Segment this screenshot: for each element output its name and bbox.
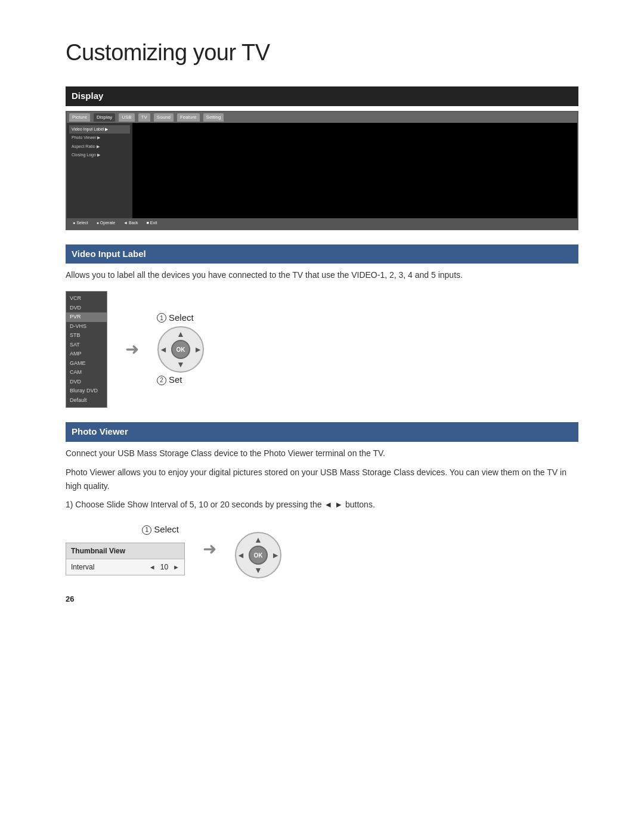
tab-picture: Picture	[69, 113, 90, 122]
thumbnail-interval-value: 10	[160, 562, 168, 572]
tab-tv: TV	[138, 113, 150, 122]
tab-sound: Sound	[154, 113, 174, 122]
set-label: Set	[169, 373, 182, 387]
thumbnail-left-arrow-icon: ◄	[149, 562, 156, 572]
dpad-down-arrow: ▼	[177, 358, 185, 371]
photo-viewer-header: Photo Viewer	[66, 422, 578, 442]
dpad-photo: OK ▲ ▼ ◄ ►	[234, 531, 282, 579]
dpad-left-arrow: ◄	[159, 343, 168, 356]
display-mockup: Picture Display USB TV Sound Feature Set…	[66, 111, 578, 230]
thumbnail-interval-label: Interval	[71, 562, 144, 572]
dpad-right-photo: ►	[271, 549, 280, 562]
input-game: GAME	[66, 359, 107, 368]
display-main	[132, 123, 577, 218]
display-menu: Video Input Label ▶ Photo Viewer ▶ Aspec…	[67, 123, 132, 218]
arrow-right-icon: ➜	[125, 337, 139, 362]
display-section: Display Picture Display USB TV Sound Fea…	[66, 86, 578, 230]
circle-2: 2	[157, 376, 166, 385]
input-sat: SAT	[66, 340, 107, 350]
select-label-photo: Select	[154, 523, 179, 537]
input-stb: STB	[66, 331, 107, 340]
thumbnail-view-header: Thumbnail View	[66, 543, 184, 559]
display-bottom-bar: ● Select ● Operate ◄ Back ■ Exit	[67, 218, 577, 229]
tab-setting: Setting	[203, 113, 224, 122]
video-input-diagram: VCR DVD PVR D-VHS STB SAT AMP GAME CAM D…	[66, 291, 578, 408]
input-dvd2: DVD	[66, 377, 107, 387]
circle-1-photo: 1	[142, 525, 151, 535]
dpad-ok-photo: OK	[249, 546, 268, 565]
input-bluray: Bluray DVD	[66, 386, 107, 396]
menu-item-aspect-ratio: Aspect Ratio ▶	[69, 143, 130, 151]
circle-1: 1	[157, 313, 166, 323]
menu-item-video-input: Video Input Label ▶	[69, 125, 130, 134]
dpad-left-photo: ◄	[237, 549, 245, 562]
input-list-box: VCR DVD PVR D-VHS STB SAT AMP GAME CAM D…	[66, 291, 107, 408]
dpad-down-photo: ▼	[254, 564, 262, 577]
thumbnail-right-arrow-icon: ►	[173, 562, 179, 572]
select-label-row-photo: 1 Select	[142, 523, 179, 537]
input-amp: AMP	[66, 349, 107, 359]
thumbnail-arrow-right-icon: ➜	[203, 537, 216, 562]
dpad-up-arrow: ▲	[177, 328, 185, 340]
photo-viewer-desc2: Photo Viewer allows you to enjoy your di…	[66, 466, 578, 493]
tab-usb: USB	[119, 113, 134, 122]
photo-viewer-section: Photo Viewer Connect your USB Mass Stora…	[66, 422, 578, 579]
dpad-ok-button: OK	[171, 340, 190, 359]
select-label-row: 1 Select	[157, 311, 194, 325]
btn-operate: ● Operate	[97, 220, 115, 227]
thumbnail-interval-row: Interval ◄ 10 ►	[66, 559, 184, 575]
photo-step1: 1) Choose Slide Show Interval of 5, 10 o…	[66, 498, 578, 511]
input-pvr: PVR	[66, 312, 107, 322]
btn-exit: ■ Exit	[147, 220, 157, 227]
thumbnail-diagram: 1 Select Thumbnail View Interval ◄ 10 ► …	[66, 519, 578, 579]
dpad: OK ▲ ▼ ◄ ►	[157, 326, 205, 373]
video-input-label-header: Video Input Label	[66, 244, 578, 264]
dpad-right-arrow: ►	[194, 343, 202, 356]
input-dvhs: D-VHS	[66, 322, 107, 332]
display-header: Display	[66, 86, 578, 106]
menu-item-photo-viewer: Photo Viewer ▶	[69, 134, 130, 143]
photo-viewer-desc1: Connect your USB Mass Storage Class devi…	[66, 447, 578, 460]
btn-select: ● Select	[73, 220, 88, 227]
select-label: Select	[169, 311, 194, 325]
video-input-label-section: Video Input Label Allows you to label al…	[66, 244, 578, 408]
btn-back: ◄ Back	[123, 220, 138, 227]
set-label-row: 2 Set	[157, 373, 182, 387]
menu-item-closing-logo: Closing Logo ▶	[69, 151, 130, 160]
tab-display: Display	[94, 113, 115, 122]
input-dvd: DVD	[66, 304, 107, 313]
display-tab-bar: Picture Display USB TV Sound Feature Set…	[67, 112, 577, 123]
video-input-description: Allows you to label all the devices you …	[66, 268, 578, 281]
input-vcr: VCR	[66, 294, 107, 304]
input-default: Default	[66, 396, 107, 405]
display-content: Video Input Label ▶ Photo Viewer ▶ Aspec…	[67, 123, 577, 218]
tab-feature: Feature	[177, 113, 200, 122]
dpad-diagram: 1 Select OK ▲ ▼ ◄ ► 2 Set	[157, 311, 205, 388]
page-title: Customizing your TV	[66, 36, 578, 70]
dpad-up-photo: ▲	[254, 534, 262, 546]
page-number: 26	[66, 593, 578, 605]
input-cam: CAM	[66, 368, 107, 377]
thumbnail-mockup: Thumbnail View Interval ◄ 10 ►	[66, 543, 185, 575]
